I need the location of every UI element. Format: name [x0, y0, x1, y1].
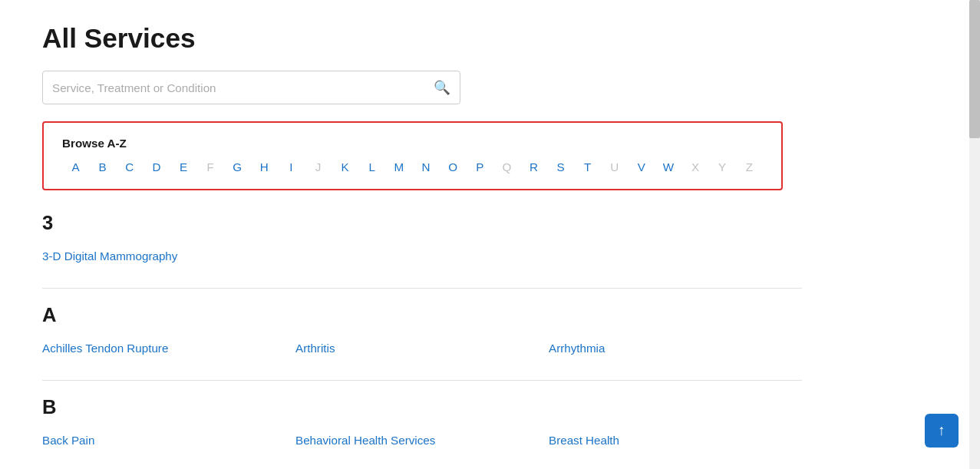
- list-item: Breast Health: [549, 431, 802, 451]
- a-heading: A: [42, 304, 802, 326]
- az-letter-k[interactable]: K: [332, 160, 358, 173]
- search-box: 🔍: [42, 71, 460, 104]
- az-letter-f: F: [197, 160, 224, 173]
- list-item: Behavioral Health Services: [295, 431, 549, 451]
- back-to-top-button[interactable]: ↑: [925, 414, 959, 448]
- b-heading: B: [42, 396, 802, 418]
- a-section: A Achilles Tendon RuptureArthritisArrhyt…: [42, 304, 802, 358]
- b-section: B Back PainBehavioral Health ServicesBre…: [42, 396, 802, 451]
- az-letter-t[interactable]: T: [574, 160, 601, 173]
- az-letter-h[interactable]: H: [251, 160, 278, 173]
- az-letter-l[interactable]: L: [358, 160, 385, 173]
- number-section: 3 3-D Digital Mammography: [42, 212, 802, 266]
- list-item: 3-D Digital Mammography: [42, 246, 295, 266]
- az-letter-s[interactable]: S: [547, 160, 574, 173]
- a-service-grid: Achilles Tendon RuptureArthritisArrhythm…: [42, 339, 802, 358]
- az-letter-g[interactable]: G: [224, 160, 251, 173]
- b-service-grid: Back PainBehavioral Health ServicesBreas…: [42, 431, 802, 451]
- az-letter-n[interactable]: N: [412, 160, 439, 173]
- az-letter-z: Z: [736, 160, 763, 173]
- search-input[interactable]: [52, 81, 434, 94]
- service-link[interactable]: Achilles Tendon Rupture: [42, 342, 168, 355]
- number-heading: 3: [42, 212, 802, 234]
- az-letter-o[interactable]: O: [440, 160, 467, 173]
- az-letter-p[interactable]: P: [467, 160, 493, 173]
- az-letter-m[interactable]: M: [385, 160, 412, 173]
- search-icon[interactable]: 🔍: [434, 80, 450, 96]
- az-letter-y: Y: [709, 160, 736, 173]
- section-divider-b: [42, 380, 802, 381]
- scrollbar-track: [969, 0, 980, 469]
- az-letter-d[interactable]: D: [143, 160, 170, 173]
- az-letter-u: U: [601, 160, 628, 173]
- scrollbar-thumb[interactable]: [969, 0, 980, 138]
- az-letter-r[interactable]: R: [520, 160, 547, 173]
- browse-az-label: Browse A-Z: [62, 137, 763, 150]
- list-item: Arthritis: [295, 339, 549, 358]
- page-title: All Services: [42, 23, 802, 54]
- az-letter-v[interactable]: V: [628, 160, 655, 173]
- az-letter-i[interactable]: I: [278, 160, 305, 173]
- az-letter-e[interactable]: E: [170, 160, 196, 173]
- az-letter-w[interactable]: W: [655, 160, 681, 173]
- number-service-grid: 3-D Digital Mammography: [42, 246, 802, 266]
- list-item: Arrhythmia: [549, 339, 802, 358]
- service-link[interactable]: Breast Health: [549, 434, 619, 447]
- service-link[interactable]: 3-D Digital Mammography: [42, 249, 177, 263]
- az-letter-a[interactable]: A: [62, 160, 89, 173]
- az-letter-x: X: [682, 160, 709, 173]
- service-link[interactable]: Arthritis: [295, 342, 335, 355]
- search-container: 🔍: [42, 71, 802, 104]
- page-wrapper: All Services 🔍 Browse A-Z ABCDEFGHIJKLMN…: [0, 0, 844, 469]
- az-letter-q: Q: [493, 160, 520, 173]
- list-item: Achilles Tendon Rupture: [42, 339, 295, 358]
- az-letters: ABCDEFGHIJKLMNOPQRSTUVWXYZ: [62, 160, 763, 173]
- service-link[interactable]: Behavioral Health Services: [295, 434, 435, 447]
- service-link[interactable]: Back Pain: [42, 434, 94, 447]
- az-letter-b[interactable]: B: [89, 160, 116, 173]
- az-letter-j: J: [305, 160, 332, 173]
- service-link[interactable]: Arrhythmia: [549, 342, 605, 355]
- section-divider-a: [42, 288, 802, 289]
- browse-az-box: Browse A-Z ABCDEFGHIJKLMNOPQRSTUVWXYZ: [42, 121, 783, 190]
- list-item: Back Pain: [42, 431, 295, 451]
- az-letter-c[interactable]: C: [116, 160, 143, 173]
